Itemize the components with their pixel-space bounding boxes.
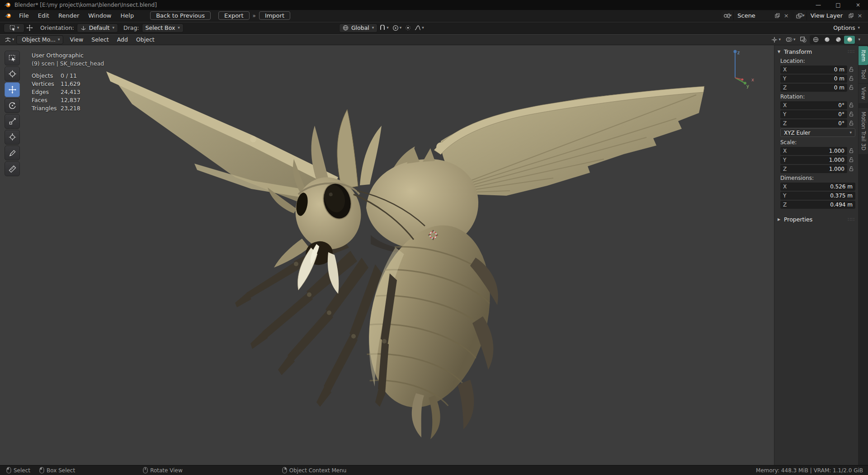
cursor-tool-icon [8, 70, 17, 78]
maximize-button[interactable]: □ [828, 0, 848, 10]
navigation-gizmo[interactable]: y x z [722, 49, 758, 92]
location-x-field[interactable]: X0 m [780, 66, 847, 74]
scale-x-field[interactable]: X1.000 [780, 147, 847, 155]
new-scene-button[interactable] [773, 11, 782, 20]
lock-scale-z[interactable] [847, 166, 855, 171]
browse-scene-button[interactable]: ▾ [722, 11, 734, 20]
orientation-label: Orientation: [40, 24, 74, 31]
blender-logo-icon [4, 2, 11, 8]
transform-panel-header[interactable]: ▼ Transform ∷∷ [774, 47, 858, 56]
wireframe-sphere-icon [813, 37, 819, 42]
location-y-field[interactable]: Y0 m [780, 75, 847, 83]
select-menu[interactable]: Select [87, 35, 113, 44]
menu-edit[interactable]: Edit [33, 11, 54, 20]
lock-rotation-y[interactable] [847, 112, 855, 117]
shading-wireframe-button[interactable] [810, 36, 821, 44]
scale-tool[interactable] [5, 114, 20, 129]
lock-scale-x[interactable] [847, 148, 855, 153]
shading-solid-button[interactable] [821, 36, 832, 44]
lock-location-z[interactable] [847, 85, 855, 90]
view-layer-name-field[interactable]: View Layer [807, 12, 846, 19]
remove-view-layer-button[interactable]: × [855, 11, 864, 20]
shading-material-button[interactable] [833, 36, 844, 44]
proportional-editing-button[interactable]: ▾ [391, 24, 404, 33]
add-menu[interactable]: Add [113, 35, 132, 44]
export-button[interactable]: Export [218, 11, 250, 20]
scale-z-field[interactable]: Z1.000 [780, 165, 847, 173]
view-menu[interactable]: View [66, 35, 88, 44]
dimensions-z-field[interactable]: Z0.494 m [780, 201, 855, 209]
transform-space-dropdown[interactable]: Global ▾ [339, 24, 377, 33]
rotation-z-field[interactable]: Z0° [780, 119, 847, 127]
menu-window[interactable]: Window [84, 11, 116, 20]
location-z-field[interactable]: Z0 m [780, 84, 847, 92]
lock-scale-y[interactable] [847, 157, 855, 162]
object-menu[interactable]: Object [132, 35, 159, 44]
import-button[interactable]: Import [259, 11, 290, 20]
mode-dropdown[interactable]: Object Mo... ▾ [16, 35, 63, 44]
insect-model[interactable] [0, 45, 868, 465]
annotate-tool[interactable] [5, 146, 20, 160]
menu-file[interactable]: File [14, 11, 33, 20]
rotation-y-field[interactable]: Y0° [780, 110, 847, 118]
toggle-xray-button[interactable] [798, 35, 808, 44]
orientation-dropdown[interactable]: Default ▾ [77, 24, 118, 33]
minimize-button[interactable]: — [808, 0, 828, 10]
tab-item[interactable]: Item [859, 46, 868, 65]
show-overlays-dropdown[interactable]: ▾ [784, 35, 797, 44]
measure-tool[interactable] [5, 161, 20, 176]
snap-toggle-button[interactable]: ▾ [377, 24, 391, 33]
xray-icon [800, 37, 807, 42]
falloff-curve-button[interactable]: ▾ [413, 24, 426, 33]
rotation-x-field[interactable]: X0° [780, 101, 847, 109]
active-tool-dropdown[interactable]: ▾ [4, 24, 24, 33]
dimensions-x-field[interactable]: X0.526 m [780, 183, 855, 191]
status-bar: Select Box Select Rotate View Object Con… [0, 465, 868, 475]
back-to-previous-button[interactable]: Back to Previous [150, 11, 211, 20]
scale-y-field[interactable]: Y1.000 [780, 156, 847, 164]
new-view-layer-button[interactable] [846, 11, 855, 20]
properties-panel-header[interactable]: ▶ Properties ∷∷ [774, 214, 858, 224]
mouse-left-icon [6, 467, 11, 474]
lock-rotation-x[interactable] [847, 103, 855, 108]
tab-motion-trail-3d[interactable]: Motion Trail 3D [859, 108, 868, 154]
tab-tool[interactable]: Tool [859, 66, 868, 83]
rotate-tool[interactable] [5, 98, 20, 113]
lock-location-y[interactable] [847, 76, 855, 81]
lock-open-icon [849, 76, 854, 81]
show-gizmo-dropdown[interactable]: ▾ [769, 35, 783, 44]
editor-type-dropdown[interactable]: ▾ [3, 35, 16, 44]
shading-rendered-button[interactable] [844, 36, 855, 44]
tab-view[interactable]: View [859, 84, 868, 103]
menu-help[interactable]: Help [116, 11, 139, 20]
chevron-down-icon: ▾ [849, 131, 852, 135]
status-select: Select [6, 467, 30, 474]
scene-name-field[interactable]: Scene [734, 12, 773, 19]
solid-sphere-icon [824, 37, 830, 42]
sidebar-panel: ▼ Transform ∷∷ Location: X0 m Y0 m [774, 45, 858, 465]
dimensions-y-field[interactable]: Y0.375 m [780, 192, 855, 200]
blender-menu-icon[interactable] [4, 13, 13, 19]
properties-panel-title: Properties [784, 216, 812, 223]
browse-view-layer-button[interactable]: ▾ [794, 11, 807, 20]
menu-render[interactable]: Render [54, 11, 84, 20]
cursor-tool[interactable] [5, 66, 20, 81]
lock-rotation-z[interactable] [847, 121, 855, 126]
transform-tool[interactable] [5, 130, 20, 145]
select-box-tool[interactable] [5, 51, 20, 66]
snap-target-button[interactable] [403, 24, 413, 33]
triangle-right-icon: ▶ [778, 217, 784, 221]
viewport[interactable]: y x z [0, 45, 868, 465]
move-tool-icon[interactable] [24, 24, 35, 33]
lock-location-x[interactable] [847, 67, 855, 72]
rotation-mode-dropdown[interactable]: XYZ Euler ▾ [780, 128, 855, 137]
viewport-stats-overlay: User Orthographic (9) scen | SK_Insect_h… [32, 52, 104, 113]
close-button[interactable]: × [848, 0, 868, 10]
unlink-scene-button[interactable]: × [782, 11, 791, 20]
rotation-x-row: X0° [780, 101, 855, 109]
move-tool[interactable] [5, 82, 20, 97]
options-dropdown[interactable]: Options ▾ [830, 24, 863, 33]
measure-ruler-icon [8, 165, 17, 173]
shading-dropdown[interactable]: ▾ [857, 38, 862, 42]
drag-dropdown[interactable]: Select Box ▾ [142, 24, 184, 33]
